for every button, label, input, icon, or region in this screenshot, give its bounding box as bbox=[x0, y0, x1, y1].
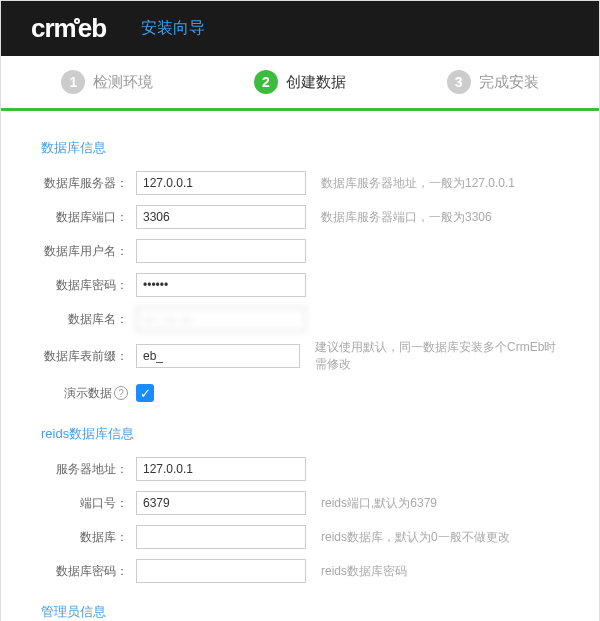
redis-pass-label: 数据库密码： bbox=[41, 563, 136, 580]
redis-host-input[interactable] bbox=[136, 457, 306, 481]
db-prefix-label: 数据库表前缀： bbox=[41, 348, 136, 365]
redis-pass-hint: reids数据库密码 bbox=[321, 563, 407, 580]
steps-bar: 1 检测环境 2 创建数据 3 完成安装 bbox=[1, 56, 599, 111]
redis-port-input[interactable] bbox=[136, 491, 306, 515]
db-name-input[interactable] bbox=[136, 307, 306, 331]
db-demo-label: 演示数据? bbox=[41, 385, 136, 402]
redis-host-label: 服务器地址： bbox=[41, 461, 136, 478]
db-host-hint: 数据库服务器地址，一般为127.0.0.1 bbox=[321, 175, 515, 192]
db-name-label: 数据库名： bbox=[41, 311, 136, 328]
db-user-input[interactable] bbox=[136, 239, 306, 263]
db-user-label: 数据库用户名： bbox=[41, 243, 136, 260]
step-3: 3 完成安装 bbox=[447, 70, 539, 94]
db-demo-checkbox[interactable]: ✓ bbox=[136, 384, 154, 402]
step-3-num: 3 bbox=[447, 70, 471, 94]
step-1-label: 检测环境 bbox=[93, 73, 153, 92]
header: crmeb 安装向导 bbox=[1, 1, 599, 56]
db-port-label: 数据库端口： bbox=[41, 209, 136, 226]
admin-section-title: 管理员信息 bbox=[41, 603, 559, 621]
db-pass-input[interactable] bbox=[136, 273, 306, 297]
db-port-input[interactable] bbox=[136, 205, 306, 229]
help-icon[interactable]: ? bbox=[114, 386, 128, 400]
db-prefix-input[interactable] bbox=[136, 344, 300, 368]
db-section-title: 数据库信息 bbox=[41, 139, 559, 157]
redis-port-label: 端口号： bbox=[41, 495, 136, 512]
redis-db-label: 数据库： bbox=[41, 529, 136, 546]
step-1: 1 检测环境 bbox=[61, 70, 153, 94]
redis-db-input[interactable] bbox=[136, 525, 306, 549]
db-port-hint: 数据库服务器端口，一般为3306 bbox=[321, 209, 492, 226]
db-host-input[interactable] bbox=[136, 171, 306, 195]
db-host-label: 数据库服务器： bbox=[41, 175, 136, 192]
redis-pass-input[interactable] bbox=[136, 559, 306, 583]
header-title: 安装向导 bbox=[141, 18, 205, 39]
redis-db-hint: reids数据库，默认为0一般不做更改 bbox=[321, 529, 510, 546]
step-1-num: 1 bbox=[61, 70, 85, 94]
step-3-label: 完成安装 bbox=[479, 73, 539, 92]
db-pass-label: 数据库密码： bbox=[41, 277, 136, 294]
db-prefix-hint: 建议使用默认，同一数据库安装多个CrmEb时需修改 bbox=[315, 339, 559, 373]
step-2-num: 2 bbox=[254, 70, 278, 94]
redis-section-title: reids数据库信息 bbox=[41, 425, 559, 443]
step-2-label: 创建数据 bbox=[286, 73, 346, 92]
redis-port-hint: reids端口,默认为6379 bbox=[321, 495, 437, 512]
logo: crmeb bbox=[31, 13, 106, 44]
step-2: 2 创建数据 bbox=[254, 70, 346, 94]
